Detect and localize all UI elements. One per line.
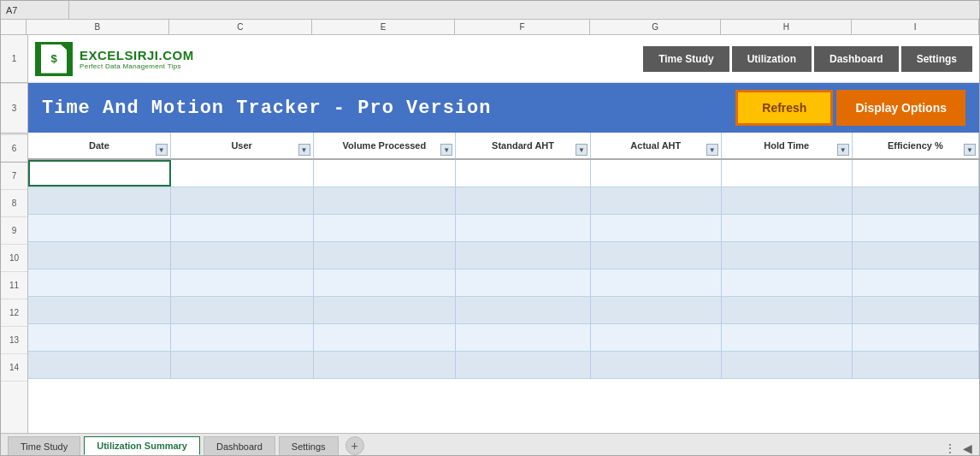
data-col-header-row: Date ▼ User ▼ Volume Processed ▼ Standar… [28,133,979,160]
cell-f14[interactable] [456,352,591,378]
col-header-c: C [169,20,312,34]
cell-c13[interactable] [171,324,314,351]
cell-c9[interactable] [171,215,314,241]
cell-e8[interactable] [314,187,457,214]
col-header-efficiency: Efficiency % ▼ [853,133,979,159]
cell-f11[interactable] [456,269,591,296]
volume-dropdown-arrow[interactable]: ▼ [440,144,452,156]
cell-f8[interactable] [456,187,591,214]
row-num-14: 14 [1,354,27,382]
cell-c8[interactable] [171,187,314,214]
cell-e7[interactable] [314,160,457,187]
cell-h14[interactable] [722,352,853,378]
tab-utilization-summary[interactable]: Utilization Summary [84,436,200,455]
scroll-left-icon[interactable]: ⋮ [944,441,956,455]
sheet-tabs: Time Study Utilization Summary Dashboard… [8,436,364,455]
name-box[interactable]: A7 [1,1,69,19]
col-header-hold-time: Hold Time ▼ [722,133,853,159]
column-headers: B C E F G H I [1,20,979,35]
cell-b7[interactable] [28,160,171,187]
cell-c10[interactable] [171,242,314,269]
cell-c7[interactable] [171,160,314,187]
cell-i12[interactable] [853,297,979,323]
add-sheet-button[interactable]: + [345,436,364,455]
cell-i13[interactable] [853,324,979,351]
row-num-8: 8 [1,190,27,217]
cell-i14[interactable] [853,352,979,378]
cell-b11[interactable] [28,269,171,296]
cell-e9[interactable] [314,215,457,241]
efficiency-dropdown-arrow[interactable]: ▼ [964,144,976,156]
cell-h7[interactable] [722,160,853,187]
display-options-button[interactable]: Display Options [836,90,965,126]
tab-time-study[interactable]: Time Study [8,436,80,455]
cell-g12[interactable] [591,297,722,323]
cell-g9[interactable] [591,215,722,241]
logo-icon: $ [35,42,73,76]
cell-h8[interactable] [722,187,853,214]
col-header-f: F [455,20,590,34]
cell-h10[interactable] [722,242,853,269]
formula-bar-area: A7 [1,1,979,20]
cell-c14[interactable] [171,352,314,378]
cell-e14[interactable] [314,352,457,378]
cell-g10[interactable] [591,242,722,269]
cell-i11[interactable] [853,269,979,296]
cell-f7[interactable] [456,160,591,187]
data-grid: Date ▼ User ▼ Volume Processed ▼ Standar… [28,133,979,433]
actual-aht-dropdown-arrow[interactable]: ▼ [706,144,718,156]
col-header-actual-aht: Actual AHT ▼ [591,133,722,159]
cell-g8[interactable] [591,187,722,214]
table-row [28,352,979,379]
row-numbers: 1 3 6 7 8 9 10 11 12 13 14 [1,35,28,433]
cell-i9[interactable] [853,215,979,241]
nav-buttons: Time Study Utilization Dashboard Setting… [643,46,972,72]
scroll-right-icon[interactable]: ◀ [963,441,972,455]
content-area: $ EXCELSIRJI.COM Perfect Data Management… [28,35,979,433]
cell-b8[interactable] [28,187,171,214]
cell-f13[interactable] [456,324,591,351]
cell-h9[interactable] [722,215,853,241]
cell-e12[interactable] [314,297,457,323]
cell-b12[interactable] [28,297,171,323]
cell-b13[interactable] [28,324,171,351]
logo-text: EXCELSIRJI.COM Perfect Data Management T… [80,48,194,70]
cell-b14[interactable] [28,352,171,378]
user-dropdown-arrow[interactable]: ▼ [298,144,310,156]
tab-settings[interactable]: Settings [279,436,339,455]
std-aht-dropdown-arrow[interactable]: ▼ [576,144,587,156]
spreadsheet-frame: A7 B C E F G H I 1 3 6 7 8 9 10 11 12 13… [0,0,980,456]
cell-i7[interactable] [853,160,979,187]
tab-dashboard[interactable]: Dashboard [204,436,275,455]
title-buttons: Refresh Display Options [735,90,965,126]
formula-input [69,1,979,19]
nav-dashboard[interactable]: Dashboard [814,46,899,72]
cell-g7[interactable] [591,160,722,187]
row-num-10: 10 [1,245,27,272]
nav-settings[interactable]: Settings [901,46,972,72]
cell-g11[interactable] [591,269,722,296]
cell-i10[interactable] [853,242,979,269]
cell-f10[interactable] [456,242,591,269]
date-dropdown-arrow[interactable]: ▼ [156,144,168,156]
nav-time-study[interactable]: Time Study [643,46,729,72]
cell-f12[interactable] [456,297,591,323]
cell-b10[interactable] [28,242,171,269]
cell-b9[interactable] [28,215,171,241]
refresh-button[interactable]: Refresh [735,90,833,126]
hold-time-dropdown-arrow[interactable]: ▼ [837,144,849,156]
cell-i8[interactable] [853,187,979,214]
cell-c11[interactable] [171,269,314,296]
nav-utilization[interactable]: Utilization [732,46,812,72]
cell-g14[interactable] [591,352,722,378]
cell-h13[interactable] [722,324,853,351]
cell-h12[interactable] [722,297,853,323]
cell-e10[interactable] [314,242,457,269]
table-row [28,160,979,187]
cell-e13[interactable] [314,324,457,351]
cell-e11[interactable] [314,269,457,296]
cell-g13[interactable] [591,324,722,351]
cell-h11[interactable] [722,269,853,296]
cell-f9[interactable] [456,215,591,241]
cell-c12[interactable] [171,297,314,323]
